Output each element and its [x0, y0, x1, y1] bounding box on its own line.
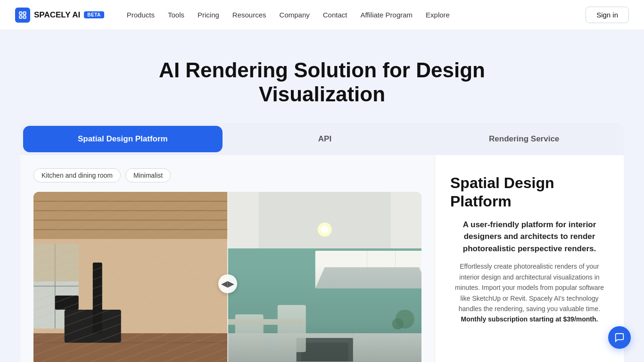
slider-handle[interactable]: ◀▶	[218, 274, 237, 293]
hero-title: AI Rendering Solution for Design Visuali…	[143, 58, 501, 106]
panel-desc-text: Effortlessly create photorealistic rende…	[455, 263, 604, 313]
svg-rect-29	[228, 333, 422, 362]
tab-api[interactable]: API	[225, 123, 425, 155]
svg-rect-35	[235, 314, 263, 352]
after-image	[228, 192, 422, 362]
svg-rect-0	[19, 12, 22, 14]
svg-point-38	[395, 310, 414, 329]
sign-in-button[interactable]: Sign in	[586, 7, 629, 23]
nav-link-pricing[interactable]: Pricing	[198, 11, 219, 19]
svg-marker-27	[315, 267, 421, 288]
svg-rect-24	[315, 251, 421, 288]
svg-rect-14	[33, 333, 228, 362]
svg-rect-1	[24, 12, 26, 14]
nav-link-tools[interactable]: Tools	[168, 11, 184, 19]
beta-badge: BETA	[84, 11, 104, 18]
svg-rect-16	[65, 310, 121, 343]
panel-title: Spatial Design Platform	[450, 174, 609, 210]
tag-kitchen: Kitchen and dining room	[33, 168, 121, 182]
svg-rect-18	[93, 263, 102, 333]
nav-link-company[interactable]: Company	[280, 11, 310, 19]
nav-link-explore[interactable]: Explore	[426, 11, 450, 19]
main-content: Kitchen and dining room Minimalist	[20, 155, 624, 362]
logo-text: SPACELY AI	[34, 10, 80, 20]
tab-spatial-design[interactable]: Spatial Design Platform	[23, 126, 223, 152]
tag-minimalist: Minimalist	[125, 168, 171, 182]
navbar: SPACELY AI BETA Products Tools Pricing R…	[0, 0, 644, 30]
chat-button[interactable]	[608, 326, 631, 349]
panel-cta: Monthly subscription starting at $39/mon…	[461, 315, 598, 323]
svg-rect-13	[33, 244, 79, 281]
nav-link-contact[interactable]: Contact	[323, 11, 347, 19]
before-after-slider[interactable]: ◀▶	[33, 192, 421, 362]
right-panel: Spatial Design Platform A user-friendly …	[435, 155, 624, 362]
logo-icon	[15, 8, 30, 23]
svg-rect-37	[228, 319, 306, 325]
svg-point-22	[321, 226, 328, 233]
svg-rect-4	[33, 192, 228, 239]
nav-link-resources[interactable]: Resources	[232, 11, 266, 19]
svg-rect-9	[33, 239, 228, 333]
svg-rect-3	[24, 16, 26, 18]
tags-row: Kitchen and dining room Minimalist	[33, 168, 421, 182]
svg-rect-28	[228, 333, 422, 343]
left-panel: Kitchen and dining room Minimalist	[20, 155, 435, 362]
svg-rect-10	[33, 244, 79, 329]
nav-link-affiliate[interactable]: Affiliate Program	[360, 11, 413, 19]
panel-description: Effortlessly create photorealistic rende…	[450, 261, 609, 324]
logo[interactable]: SPACELY AI BETA	[15, 8, 104, 23]
svg-point-39	[392, 318, 403, 329]
svg-rect-17	[55, 296, 79, 310]
svg-rect-32	[296, 338, 353, 362]
tabs-container: Spatial Design Platform API Rendering Se…	[20, 123, 624, 155]
svg-rect-36	[277, 305, 305, 352]
nav-link-products[interactable]: Products	[127, 11, 155, 19]
before-image	[33, 192, 228, 362]
svg-rect-33	[301, 343, 348, 362]
svg-rect-20	[258, 192, 390, 248]
panel-subtitle: A user-friendly platform for interior de…	[450, 219, 609, 255]
tab-rendering-service[interactable]: Rendering Service	[424, 123, 624, 155]
hero-section: AI Rendering Solution for Design Visuali…	[0, 30, 644, 155]
svg-rect-2	[19, 16, 22, 18]
nav-links: Products Tools Pricing Resources Company…	[127, 11, 586, 19]
